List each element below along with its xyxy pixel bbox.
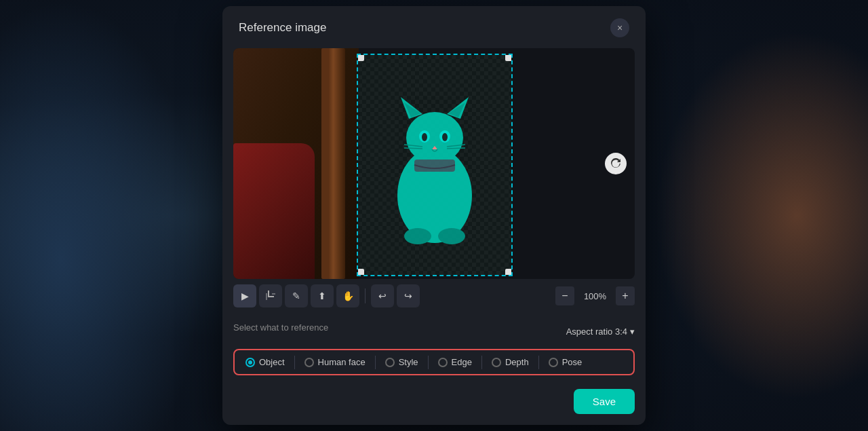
sep-2 xyxy=(375,356,376,369)
cat-image xyxy=(358,55,511,275)
background-blob-left xyxy=(0,0,203,431)
save-button[interactable]: Save xyxy=(574,389,635,414)
option-human-face-label: Human face xyxy=(318,357,366,367)
svg-rect-11 xyxy=(414,160,455,172)
option-edge[interactable]: Edge xyxy=(431,353,479,371)
svg-point-13 xyxy=(438,228,465,244)
option-object-label: Object xyxy=(259,357,285,367)
modal-title: Reference image xyxy=(239,21,326,35)
radio-style[interactable] xyxy=(385,358,395,367)
option-style[interactable]: Style xyxy=(378,353,425,371)
zoom-in-button[interactable]: + xyxy=(616,286,635,305)
radio-edge[interactable] xyxy=(438,358,448,367)
modal-header: Reference image × xyxy=(222,6,646,48)
select-tool-button[interactable]: ▶ xyxy=(233,284,256,307)
refresh-icon xyxy=(610,158,621,169)
sep-5 xyxy=(538,356,539,369)
reference-row: Select what to reference Aspect ratio 3:… xyxy=(233,322,635,341)
aspect-ratio-button[interactable]: Aspect ratio 3:4 ▾ xyxy=(566,326,635,337)
toolbar: ▶ ✎ ⬆ ✋ xyxy=(222,279,646,313)
radio-human-face[interactable] xyxy=(304,358,314,367)
background-blob-right xyxy=(631,0,868,431)
zoom-value: 100% xyxy=(580,291,610,301)
hand-icon: ✋ xyxy=(342,291,354,301)
redo-button[interactable]: ↪ xyxy=(397,284,420,307)
option-object[interactable]: Object xyxy=(239,353,292,371)
option-style-label: Style xyxy=(399,357,418,367)
undo-button[interactable]: ↩ xyxy=(371,284,394,307)
canvas-area xyxy=(233,48,635,279)
svg-point-1 xyxy=(406,112,463,164)
select-reference-label: Select what to reference xyxy=(233,322,328,333)
reference-type-group: Object Human face Style Edge Depth xyxy=(233,349,635,375)
option-depth[interactable]: Depth xyxy=(485,353,536,371)
chevron-down-icon: ▾ xyxy=(630,326,635,337)
red-fabric xyxy=(233,143,315,279)
toolbar-zoom: − 100% + xyxy=(555,286,635,305)
handle-bottom-left[interactable] xyxy=(357,269,364,276)
pen-tool-button[interactable]: ✎ xyxy=(285,284,308,307)
hand-tool-button[interactable]: ✋ xyxy=(336,284,359,307)
crop-region[interactable] xyxy=(357,54,513,276)
zoom-out-button[interactable]: − xyxy=(555,286,574,305)
option-edge-label: Edge xyxy=(452,357,472,367)
option-human-face[interactable]: Human face xyxy=(298,353,372,371)
crop-tool-button[interactable] xyxy=(259,284,282,307)
svg-point-8 xyxy=(422,133,427,141)
sep-3 xyxy=(428,356,429,369)
radio-depth[interactable] xyxy=(492,358,501,367)
modal-footer: Save xyxy=(222,386,646,425)
modal-dialog: Reference image × xyxy=(222,6,646,425)
radio-pose[interactable] xyxy=(549,358,558,367)
svg-point-12 xyxy=(404,228,431,244)
svg-line-17 xyxy=(447,148,465,149)
upload-tool-button[interactable]: ⬆ xyxy=(311,284,334,307)
undo-icon: ↩ xyxy=(378,291,387,301)
svg-rect-21 xyxy=(272,293,275,295)
handle-top-left[interactable] xyxy=(357,54,364,61)
aspect-ratio-label: Aspect ratio 3:4 xyxy=(566,326,627,337)
refresh-button[interactable] xyxy=(605,153,627,174)
sep-1 xyxy=(294,356,295,369)
bottom-section: Select what to reference Aspect ratio 3:… xyxy=(222,313,646,386)
cat-svg xyxy=(380,83,489,246)
select-icon: ▶ xyxy=(241,291,249,301)
redo-icon: ↪ xyxy=(404,291,412,301)
svg-line-15 xyxy=(404,148,422,149)
option-pose[interactable]: Pose xyxy=(542,353,589,371)
option-pose-label: Pose xyxy=(562,357,583,367)
handle-top-right[interactable] xyxy=(505,54,512,61)
toolbar-tools: ▶ ✎ ⬆ ✋ xyxy=(233,284,420,307)
option-depth-label: Depth xyxy=(505,357,529,367)
pen-icon: ✎ xyxy=(292,291,300,301)
scene-background xyxy=(233,48,359,279)
svg-point-9 xyxy=(442,133,448,141)
radio-object[interactable] xyxy=(245,358,255,367)
upload-icon: ⬆ xyxy=(318,291,326,301)
toolbar-divider xyxy=(365,288,366,303)
handle-bottom-right[interactable] xyxy=(505,269,512,276)
wood-post xyxy=(321,48,345,279)
crop-svg xyxy=(265,290,276,301)
crop-icon xyxy=(265,290,276,303)
svg-rect-20 xyxy=(266,293,267,300)
sep-4 xyxy=(481,356,482,369)
close-button[interactable]: × xyxy=(610,18,629,37)
svg-rect-19 xyxy=(268,296,274,297)
scene-inner xyxy=(233,48,359,279)
